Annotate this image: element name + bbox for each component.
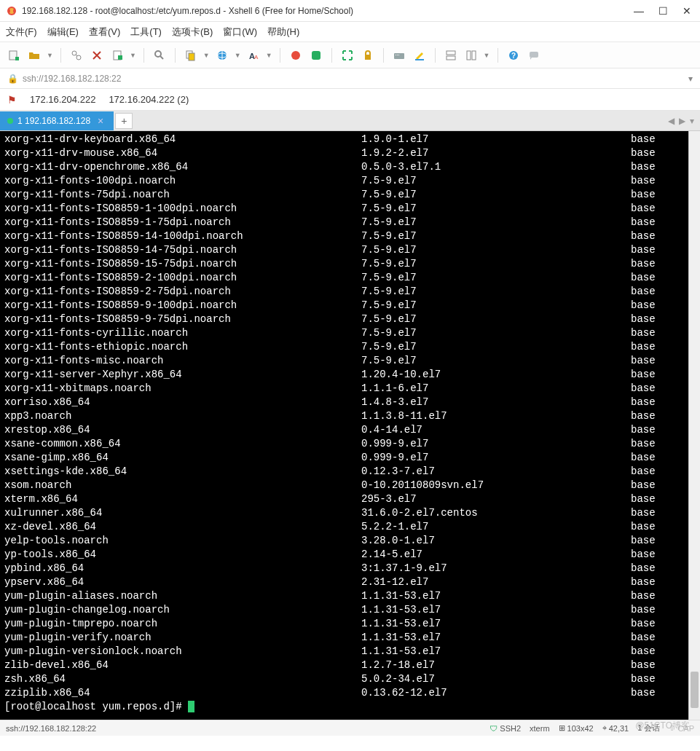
svg-rect-7: [118, 55, 122, 60]
address-dropdown-icon[interactable]: ▾: [688, 74, 693, 84]
svg-rect-21: [396, 55, 396, 55]
flag-icon[interactable]: ⚑: [7, 94, 17, 106]
pkg-version: 7.5-9.el7: [361, 312, 631, 326]
pkg-version: 5.2.2-1.el7: [361, 520, 631, 534]
tile-horizontal-icon[interactable]: [443, 47, 459, 63]
tab-next-icon[interactable]: ▶: [679, 116, 685, 126]
pkg-name: yelp-tools.noarch: [4, 534, 361, 548]
dropdown-icon[interactable]: ▼: [47, 52, 53, 59]
connection-item[interactable]: 172.16.204.222: [30, 94, 95, 105]
pkg-repo: base: [631, 603, 684, 617]
chat-icon[interactable]: [526, 47, 542, 63]
address-bar[interactable]: 🔒 ssh://192.168.182.128:22 ▾: [0, 68, 700, 89]
pkg-repo: base: [631, 257, 684, 271]
connection-item[interactable]: 172.16.204.222 (2): [109, 94, 189, 105]
globe-icon[interactable]: [214, 47, 230, 63]
pkg-version: 1.1.31-53.el7: [361, 645, 631, 658]
terminal-row: xorg-x11-fonts-ISO8859-14-75dpi.noarch7.…: [4, 243, 684, 257]
tab-add-button[interactable]: +: [115, 113, 133, 129]
pkg-version: 7.5-9.el7: [361, 340, 631, 354]
dropdown-icon[interactable]: ▼: [484, 52, 490, 59]
tab-active[interactable]: 1 192.168.182.128 ×: [0, 111, 114, 130]
scrollbar[interactable]: [688, 131, 700, 720]
font-icon[interactable]: AA: [245, 47, 261, 63]
menu-tools[interactable]: 工具(T): [130, 25, 162, 39]
status-protocol: 🛡SSH2: [489, 724, 521, 733]
menu-edit[interactable]: 编辑(E): [47, 25, 79, 39]
pkg-name: xorg-x11-drv-openchrome.x86_64: [4, 160, 361, 174]
pkg-repo: base: [631, 326, 684, 340]
pkg-repo: base: [631, 631, 684, 645]
fullscreen-icon[interactable]: [339, 47, 355, 63]
pkg-name: yum-plugin-tmprepo.noarch: [4, 617, 361, 631]
svg-line-5: [76, 55, 77, 56]
tab-close-icon[interactable]: ×: [95, 115, 106, 127]
pkg-repo: base: [631, 174, 684, 188]
dropdown-icon[interactable]: ▼: [235, 52, 241, 59]
pkg-name: xorg-x11-fonts-cyrillic.noarch: [4, 326, 361, 340]
terminal-row: zlib-devel.x86_641.2.7-18.el7base: [4, 658, 684, 672]
pkg-version: 1.4.8-3.el7: [361, 396, 631, 409]
menu-file[interactable]: 文件(F): [6, 25, 37, 39]
maximize-button[interactable]: ☐: [658, 5, 668, 17]
pkg-repo: base: [631, 271, 684, 285]
terminal-row: xorg-x11-drv-openchrome.x86_640.5.0-3.el…: [4, 160, 684, 174]
pkg-name: xorg-x11-fonts-ISO8859-15-75dpi.noarch: [4, 257, 361, 271]
keyboard-icon[interactable]: [391, 47, 407, 63]
menu-window[interactable]: 窗口(W): [223, 25, 257, 39]
pkg-name: xterm.x86_64: [4, 492, 361, 506]
status-termtype: xterm: [530, 724, 550, 733]
pkg-version: 0-10.20110809svn.el7: [361, 479, 631, 492]
terminal-row: xorg-x11-drv-keyboard.x86_641.9.0-1.el7b…: [4, 133, 684, 146]
pkg-repo: base: [631, 368, 684, 382]
terminal-row: xz-devel.x86_645.2.2-1.el7base: [4, 520, 684, 534]
pkg-version: 1.9.0-1.el7: [361, 133, 631, 146]
pkg-repo: base: [631, 562, 684, 575]
disconnect-icon[interactable]: [89, 47, 105, 63]
reconnect-icon[interactable]: [68, 47, 84, 63]
search-icon[interactable]: [152, 47, 168, 63]
pkg-version: 3.28.0-1.el7: [361, 534, 631, 548]
pkg-repo: base: [631, 492, 684, 506]
svg-rect-19: [365, 55, 371, 60]
dropdown-icon[interactable]: ▼: [266, 52, 272, 59]
pkg-version: 295-3.el7: [361, 492, 631, 506]
tile-vertical-icon[interactable]: [463, 47, 479, 63]
tab-prev-icon[interactable]: ◀: [668, 116, 675, 126]
pkg-repo: base: [631, 534, 684, 548]
open-folder-icon[interactable]: [26, 47, 42, 63]
pkg-version: 5.0.2-34.el7: [361, 672, 631, 686]
copy-icon[interactable]: [183, 47, 199, 63]
new-session-icon[interactable]: [6, 47, 22, 63]
pkg-name: xsane-gimp.x86_64: [4, 451, 361, 465]
terminal-row: xorg-x11-fonts-ISO8859-1-100dpi.noarch7.…: [4, 202, 684, 216]
close-button[interactable]: ✕: [683, 5, 691, 17]
lock-icon[interactable]: [360, 47, 376, 63]
pkg-name: yum-plugin-verify.noarch: [4, 631, 361, 645]
minimize-button[interactable]: —: [634, 5, 644, 17]
pkg-version: 7.5-9.el7: [361, 243, 631, 257]
tab-list-icon[interactable]: ▾: [690, 116, 694, 126]
svg-rect-31: [530, 52, 538, 58]
dropdown-icon[interactable]: ▼: [203, 52, 210, 59]
help-icon[interactable]: ?: [506, 47, 522, 63]
pkg-name: xorg-x11-fonts-ISO8859-2-75dpi.noarch: [4, 285, 361, 299]
xshell-icon[interactable]: [288, 47, 304, 63]
scrollbar-thumb[interactable]: [691, 672, 699, 708]
dropdown-icon[interactable]: ▼: [130, 52, 136, 59]
terminal-row: ypbind.x86_643:1.37.1-9.el7base: [4, 562, 684, 575]
pkg-name: xorg-x11-fonts-ISO8859-9-100dpi.noarch: [4, 299, 361, 312]
pkg-repo: base: [631, 216, 684, 229]
pkg-name: yp-tools.x86_64: [4, 548, 361, 562]
xftp-icon[interactable]: [308, 47, 324, 63]
menu-tabs[interactable]: 选项卡(B): [172, 25, 213, 39]
terminal-row: xorg-x11-fonts-misc.noarch7.5-9.el7base: [4, 354, 684, 368]
menu-help[interactable]: 帮助(H): [267, 25, 299, 39]
pkg-name: xrestop.x86_64: [4, 423, 361, 437]
highlight-icon[interactable]: [412, 47, 428, 63]
lock-icon: 🔒: [7, 74, 18, 84]
properties-icon[interactable]: [109, 47, 125, 63]
terminal[interactable]: xorg-x11-drv-keyboard.x86_641.9.0-1.el7b…: [0, 131, 688, 720]
menu-view[interactable]: 查看(V): [89, 25, 120, 39]
pkg-version: 1.1.1-6.el7: [361, 382, 631, 396]
